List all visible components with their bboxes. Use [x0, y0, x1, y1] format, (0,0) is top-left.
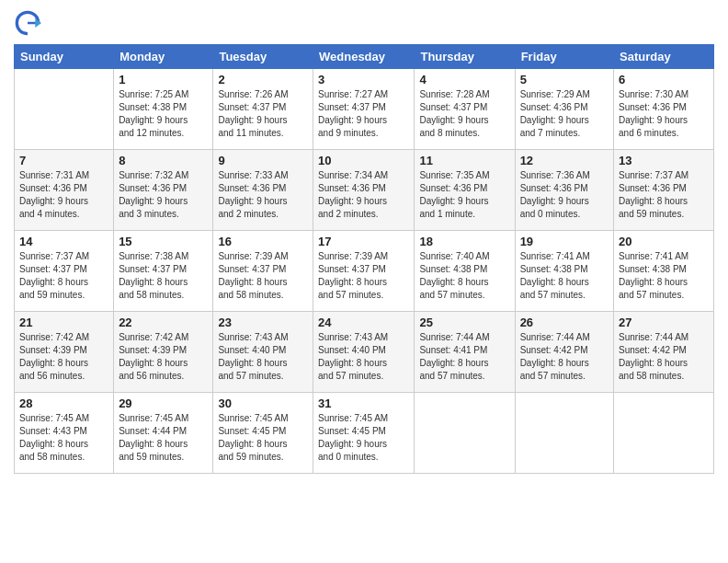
- day-number: 6: [619, 73, 709, 86]
- calendar-cell: 16Sunrise: 7:39 AMSunset: 4:37 PMDayligh…: [213, 231, 313, 312]
- day-number: 25: [419, 316, 509, 329]
- day-number: 22: [119, 316, 208, 329]
- day-number: 24: [318, 316, 409, 329]
- day-info: Sunrise: 7:29 AMSunset: 4:36 PMDaylight:…: [520, 88, 609, 140]
- calendar-cell: [15, 69, 114, 150]
- day-number: 10: [318, 154, 409, 167]
- day-number: 4: [419, 73, 509, 86]
- day-info: Sunrise: 7:41 AMSunset: 4:38 PMDaylight:…: [520, 250, 609, 302]
- calendar-week-row: 28Sunrise: 7:45 AMSunset: 4:43 PMDayligh…: [15, 393, 714, 474]
- day-number: 19: [520, 235, 609, 248]
- day-number: 28: [19, 396, 108, 410]
- day-number: 31: [318, 396, 409, 410]
- day-number: 26: [520, 316, 609, 329]
- calendar-cell: 5Sunrise: 7:29 AMSunset: 4:36 PMDaylight…: [515, 69, 613, 150]
- calendar-cell: 11Sunrise: 7:35 AMSunset: 4:36 PMDayligh…: [415, 150, 515, 231]
- day-number: 30: [218, 396, 308, 410]
- day-number: 12: [520, 154, 609, 167]
- calendar-cell: 30Sunrise: 7:45 AMSunset: 4:45 PMDayligh…: [213, 393, 313, 474]
- day-info: Sunrise: 7:41 AMSunset: 4:38 PMDaylight:…: [619, 250, 709, 302]
- col-header-thursday: Thursday: [415, 45, 515, 69]
- calendar-cell: 31Sunrise: 7:45 AMSunset: 4:45 PMDayligh…: [313, 393, 415, 474]
- calendar-cell: 4Sunrise: 7:28 AMSunset: 4:37 PMDaylight…: [415, 69, 515, 150]
- calendar-cell: 26Sunrise: 7:44 AMSunset: 4:42 PMDayligh…: [515, 312, 613, 393]
- day-info: Sunrise: 7:31 AMSunset: 4:36 PMDaylight:…: [19, 169, 108, 221]
- day-number: 16: [218, 235, 308, 248]
- calendar-cell: 8Sunrise: 7:32 AMSunset: 4:36 PMDaylight…: [114, 150, 213, 231]
- calendar-cell: 21Sunrise: 7:42 AMSunset: 4:39 PMDayligh…: [15, 312, 114, 393]
- day-info: Sunrise: 7:30 AMSunset: 4:36 PMDaylight:…: [619, 88, 709, 140]
- calendar-cell: [515, 393, 613, 474]
- day-info: Sunrise: 7:43 AMSunset: 4:40 PMDaylight:…: [218, 331, 308, 383]
- day-info: Sunrise: 7:34 AMSunset: 4:36 PMDaylight:…: [318, 169, 409, 221]
- day-info: Sunrise: 7:45 AMSunset: 4:44 PMDaylight:…: [119, 412, 208, 464]
- calendar-cell: 19Sunrise: 7:41 AMSunset: 4:38 PMDayligh…: [515, 231, 613, 312]
- calendar-cell: 27Sunrise: 7:44 AMSunset: 4:42 PMDayligh…: [614, 312, 714, 393]
- day-number: 5: [520, 73, 609, 86]
- day-info: Sunrise: 7:44 AMSunset: 4:41 PMDaylight:…: [419, 331, 509, 383]
- day-info: Sunrise: 7:42 AMSunset: 4:39 PMDaylight:…: [19, 331, 108, 383]
- calendar-cell: 3Sunrise: 7:27 AMSunset: 4:37 PMDaylight…: [313, 69, 415, 150]
- day-info: Sunrise: 7:39 AMSunset: 4:37 PMDaylight:…: [318, 250, 409, 302]
- day-info: Sunrise: 7:33 AMSunset: 4:36 PMDaylight:…: [218, 169, 308, 221]
- col-header-friday: Friday: [515, 45, 613, 69]
- calendar-cell: 17Sunrise: 7:39 AMSunset: 4:37 PMDayligh…: [313, 231, 415, 312]
- calendar-cell: 13Sunrise: 7:37 AMSunset: 4:36 PMDayligh…: [614, 150, 714, 231]
- day-info: Sunrise: 7:27 AMSunset: 4:37 PMDaylight:…: [318, 88, 409, 140]
- logo-icon: [14, 9, 41, 37]
- calendar-week-row: 14Sunrise: 7:37 AMSunset: 4:37 PMDayligh…: [15, 231, 714, 312]
- calendar-cell: 6Sunrise: 7:30 AMSunset: 4:36 PMDaylight…: [614, 69, 714, 150]
- calendar-cell: 10Sunrise: 7:34 AMSunset: 4:36 PMDayligh…: [313, 150, 415, 231]
- calendar-cell: 1Sunrise: 7:25 AMSunset: 4:38 PMDaylight…: [114, 69, 213, 150]
- col-header-sunday: Sunday: [15, 45, 114, 69]
- logo: [14, 9, 45, 37]
- calendar-header-row: SundayMondayTuesdayWednesdayThursdayFrid…: [15, 45, 714, 69]
- day-info: Sunrise: 7:36 AMSunset: 4:36 PMDaylight:…: [520, 169, 609, 221]
- day-info: Sunrise: 7:38 AMSunset: 4:37 PMDaylight:…: [119, 250, 208, 302]
- day-number: 13: [619, 154, 709, 167]
- calendar-cell: 14Sunrise: 7:37 AMSunset: 4:37 PMDayligh…: [15, 231, 114, 312]
- calendar-cell: 7Sunrise: 7:31 AMSunset: 4:36 PMDaylight…: [15, 150, 114, 231]
- day-number: 8: [119, 154, 208, 167]
- col-header-saturday: Saturday: [614, 45, 714, 69]
- calendar-cell: 23Sunrise: 7:43 AMSunset: 4:40 PMDayligh…: [213, 312, 313, 393]
- col-header-monday: Monday: [114, 45, 213, 69]
- day-info: Sunrise: 7:26 AMSunset: 4:37 PMDaylight:…: [218, 88, 308, 140]
- calendar-table: SundayMondayTuesdayWednesdayThursdayFrid…: [14, 44, 714, 474]
- calendar-week-row: 7Sunrise: 7:31 AMSunset: 4:36 PMDaylight…: [15, 150, 714, 231]
- day-info: Sunrise: 7:42 AMSunset: 4:39 PMDaylight:…: [119, 331, 208, 383]
- day-info: Sunrise: 7:25 AMSunset: 4:38 PMDaylight:…: [119, 88, 208, 140]
- day-number: 20: [619, 235, 709, 248]
- col-header-wednesday: Wednesday: [313, 45, 415, 69]
- day-info: Sunrise: 7:44 AMSunset: 4:42 PMDaylight:…: [520, 331, 609, 383]
- calendar-cell: 29Sunrise: 7:45 AMSunset: 4:44 PMDayligh…: [114, 393, 213, 474]
- day-number: 17: [318, 235, 409, 248]
- day-number: 11: [419, 154, 509, 167]
- header: [14, 9, 714, 37]
- day-info: Sunrise: 7:45 AMSunset: 4:43 PMDaylight:…: [19, 412, 108, 464]
- day-number: 23: [218, 316, 308, 329]
- calendar-week-row: 21Sunrise: 7:42 AMSunset: 4:39 PMDayligh…: [15, 312, 714, 393]
- day-info: Sunrise: 7:37 AMSunset: 4:36 PMDaylight:…: [619, 169, 709, 221]
- day-number: 18: [419, 235, 509, 248]
- day-number: 29: [119, 396, 208, 410]
- calendar-cell: 20Sunrise: 7:41 AMSunset: 4:38 PMDayligh…: [614, 231, 714, 312]
- calendar-cell: 24Sunrise: 7:43 AMSunset: 4:40 PMDayligh…: [313, 312, 415, 393]
- day-info: Sunrise: 7:43 AMSunset: 4:40 PMDaylight:…: [318, 331, 409, 383]
- col-header-tuesday: Tuesday: [213, 45, 313, 69]
- day-number: 3: [318, 73, 409, 86]
- day-info: Sunrise: 7:45 AMSunset: 4:45 PMDaylight:…: [218, 412, 308, 464]
- day-number: 27: [619, 316, 709, 329]
- day-number: 2: [218, 73, 308, 86]
- calendar-week-row: 1Sunrise: 7:25 AMSunset: 4:38 PMDaylight…: [15, 69, 714, 150]
- day-number: 21: [19, 316, 108, 329]
- day-number: 15: [119, 235, 208, 248]
- calendar-cell: 9Sunrise: 7:33 AMSunset: 4:36 PMDaylight…: [213, 150, 313, 231]
- day-info: Sunrise: 7:35 AMSunset: 4:36 PMDaylight:…: [419, 169, 509, 221]
- day-info: Sunrise: 7:28 AMSunset: 4:37 PMDaylight:…: [419, 88, 509, 140]
- day-info: Sunrise: 7:39 AMSunset: 4:37 PMDaylight:…: [218, 250, 308, 302]
- day-info: Sunrise: 7:32 AMSunset: 4:36 PMDaylight:…: [119, 169, 208, 221]
- day-info: Sunrise: 7:40 AMSunset: 4:38 PMDaylight:…: [419, 250, 509, 302]
- calendar-cell: 15Sunrise: 7:38 AMSunset: 4:37 PMDayligh…: [114, 231, 213, 312]
- day-info: Sunrise: 7:37 AMSunset: 4:37 PMDaylight:…: [19, 250, 108, 302]
